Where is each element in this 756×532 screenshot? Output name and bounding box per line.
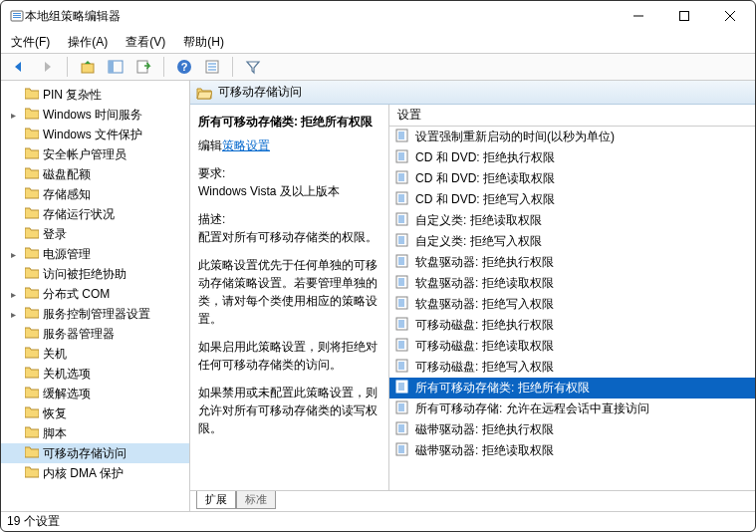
list-item[interactable]: 自定义类: 拒绝写入权限: [389, 231, 755, 252]
minimize-button[interactable]: [616, 2, 661, 30]
edit-policy-link[interactable]: 策略设置: [222, 138, 270, 152]
tree-item[interactable]: 服务器管理器: [1, 324, 189, 344]
toolbar: ?: [1, 53, 755, 81]
tree-item[interactable]: ▸电源管理: [1, 244, 189, 264]
forward-button[interactable]: [35, 55, 59, 79]
policy-icon: [395, 170, 409, 187]
tree-item[interactable]: 可移动存储访问: [1, 443, 189, 463]
tree-item[interactable]: ▸分布式 COM: [1, 284, 189, 304]
tree-item[interactable]: ▸服务控制管理器设置: [1, 304, 189, 324]
list-item[interactable]: 磁带驱动器: 拒绝读取权限: [389, 440, 755, 461]
requirements-value: Windows Vista 及以上版本: [198, 182, 380, 200]
policy-icon: [395, 359, 409, 376]
tree-item[interactable]: 登录: [1, 224, 189, 244]
description-pane: 所有可移动存储类: 拒绝所有权限 编辑策略设置 要求: Windows Vist…: [190, 105, 389, 490]
show-hide-tree-button[interactable]: [104, 55, 127, 79]
filter-button[interactable]: [241, 55, 265, 79]
menu-help[interactable]: 帮助(H): [179, 32, 228, 53]
list-item[interactable]: CD 和 DVD: 拒绝读取权限: [389, 168, 755, 189]
policy-icon: [395, 380, 409, 397]
list-item-label: 软盘驱动器: 拒绝写入权限: [415, 296, 554, 313]
tree-item[interactable]: 内核 DMA 保护: [1, 463, 189, 483]
list-item-label: 所有可移动存储: 允许在远程会话中直接访问: [415, 400, 649, 417]
list-item-label: 可移动磁盘: 拒绝写入权限: [415, 359, 554, 376]
tree-pane[interactable]: PIN 复杂性▸Windows 时间服务 Windows 文件保护 安全帐户管理…: [1, 81, 190, 511]
help-button[interactable]: ?: [172, 55, 196, 79]
list-item[interactable]: 软盘驱动器: 拒绝读取权限: [389, 273, 755, 294]
tree-item-label: Windows 文件保护: [43, 127, 142, 143]
tree-item-label: 服务控制管理器设置: [43, 306, 150, 323]
properties-button[interactable]: [200, 55, 224, 79]
list-column-header[interactable]: 设置: [389, 105, 755, 127]
svg-rect-8: [82, 64, 94, 73]
expander-icon[interactable]: ▸: [7, 249, 19, 260]
policy-list[interactable]: 设置强制重新启动的时间(以秒为单位)CD 和 DVD: 拒绝执行权限CD 和 D…: [389, 127, 755, 490]
svg-text:?: ?: [181, 61, 188, 73]
maximize-button[interactable]: [661, 2, 707, 30]
expander-icon[interactable]: ▸: [7, 289, 19, 300]
list-item[interactable]: CD 和 DVD: 拒绝写入权限: [389, 189, 755, 210]
tree-item-label: 安全帐户管理员: [43, 146, 126, 163]
tree-item[interactable]: 存储感知: [1, 184, 189, 204]
menu-view[interactable]: 查看(V): [122, 32, 169, 53]
list-item[interactable]: 软盘驱动器: 拒绝写入权限: [389, 294, 755, 315]
tree-item[interactable]: 安全帐户管理员: [1, 144, 189, 164]
expander-icon[interactable]: ▸: [7, 110, 19, 121]
list-item[interactable]: 磁带驱动器: 拒绝执行权限: [389, 419, 755, 440]
svg-rect-3: [13, 17, 21, 18]
expander-icon[interactable]: ▸: [7, 309, 19, 320]
svg-rect-43: [396, 234, 407, 246]
tree-item-label: 关机选项: [43, 366, 91, 383]
list-item[interactable]: 自定义类: 拒绝读取权限: [389, 210, 755, 231]
list-item[interactable]: 软盘驱动器: 拒绝执行权限: [389, 252, 755, 273]
list-item-label: 可移动磁盘: 拒绝读取权限: [415, 338, 554, 355]
svg-rect-93: [396, 443, 407, 455]
tree-item[interactable]: 访问被拒绝协助: [1, 264, 189, 284]
list-item[interactable]: 可移动磁盘: 拒绝执行权限: [389, 315, 755, 336]
folder-icon: [25, 387, 39, 401]
policy-icon: [395, 296, 409, 313]
tree-item[interactable]: 存储运行状况: [1, 204, 189, 224]
list-item[interactable]: CD 和 DVD: 拒绝执行权限: [389, 147, 755, 168]
menu-file[interactable]: 文件(F): [7, 32, 54, 53]
description-label: 描述:: [198, 210, 380, 228]
list-item[interactable]: 可移动磁盘: 拒绝读取权限: [389, 336, 755, 357]
list-item[interactable]: 可移动磁盘: 拒绝写入权限: [389, 357, 755, 378]
menu-action[interactable]: 操作(A): [64, 32, 112, 53]
folder-icon: [25, 247, 39, 262]
list-item[interactable]: 所有可移动存储: 允许在远程会话中直接访问: [389, 399, 755, 419]
tree-item[interactable]: 脚本: [1, 423, 189, 443]
svg-rect-78: [396, 381, 407, 393]
folder-icon: [25, 446, 39, 461]
tree-item[interactable]: ▸Windows 时间服务: [1, 105, 189, 125]
folder-icon: [25, 307, 39, 322]
tree-item[interactable]: 关机选项: [1, 364, 189, 384]
tab-standard[interactable]: 标准: [236, 491, 276, 509]
tree-item[interactable]: 磁盘配额: [1, 164, 189, 184]
up-button[interactable]: [76, 55, 100, 79]
tree-item[interactable]: PIN 复杂性: [1, 85, 189, 105]
svg-rect-48: [396, 255, 407, 267]
tree-item-label: Windows 时间服务: [43, 107, 142, 124]
list-item[interactable]: 所有可移动存储类: 拒绝所有权限: [389, 378, 755, 399]
tab-extended[interactable]: 扩展: [196, 491, 236, 509]
list-item-label: 设置强制重新启动的时间(以秒为单位): [415, 129, 615, 145]
tree-item[interactable]: 恢复: [1, 403, 189, 423]
tree-item[interactable]: 关机: [1, 344, 189, 364]
content-header: 可移动存储访问: [190, 81, 755, 105]
description-p3: 如果禁用或未配置此策略设置，则允许对所有可移动存储类的读写权限。: [198, 384, 380, 437]
folder-icon: [25, 187, 39, 202]
close-button[interactable]: [707, 2, 753, 30]
description-p1: 此策略设置优先于任何单独的可移动存储策略设置。若要管理单独的类，请对每个类使用相…: [198, 256, 380, 328]
export-button[interactable]: [131, 55, 155, 79]
tree-item[interactable]: Windows 文件保护: [1, 125, 189, 144]
tree-item[interactable]: 缓解选项: [1, 384, 189, 403]
list-item[interactable]: 设置强制重新启动的时间(以秒为单位): [389, 127, 755, 147]
folder-icon: [25, 167, 39, 182]
app-icon: [9, 8, 25, 24]
svg-rect-58: [396, 297, 407, 309]
tree-item-label: 恢复: [43, 405, 67, 422]
back-button[interactable]: [7, 55, 31, 79]
svg-rect-2: [13, 15, 21, 16]
folder-icon: [25, 147, 39, 162]
